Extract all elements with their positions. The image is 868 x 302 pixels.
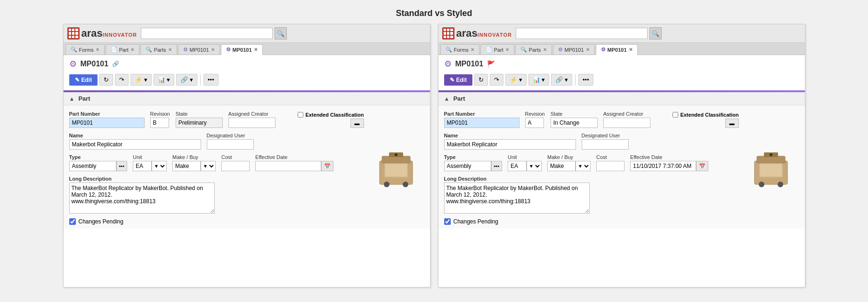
right-long-desc-textarea[interactable]: The MakerBot Replicator by MakerBot. Pub…: [444, 183, 590, 214]
left-search-button[interactable]: 🔍: [275, 27, 287, 40]
left-tab-mp0101-1-close[interactable]: ✕: [211, 47, 215, 52]
left-revision-label: Revision: [150, 111, 170, 117]
right-effective-date-input[interactable]: [630, 161, 696, 171]
right-tab-forms-close[interactable]: ✕: [471, 47, 474, 52]
left-tab-forms-close[interactable]: ✕: [96, 47, 99, 52]
left-effective-date-label: Effective Date: [255, 154, 333, 160]
right-long-desc-label: Long Description: [444, 176, 590, 182]
left-tab-parts-close[interactable]: ✕: [168, 47, 172, 52]
left-section-toggle[interactable]: ▲: [69, 95, 75, 102]
right-action-toolbar: ✎ Edit ↻ ↷ ⚡ ▾ 📊 ▾ 🔗 ▾ •••: [438, 71, 805, 88]
right-share-button[interactable]: 🔗 ▾: [551, 74, 572, 86]
left-unit-input[interactable]: [133, 161, 152, 171]
left-type-input[interactable]: [69, 161, 116, 171]
right-name-input[interactable]: [444, 139, 576, 150]
right-ext-class-btn[interactable]: ▬: [725, 119, 739, 128]
right-redo-button[interactable]: ↷: [490, 74, 503, 86]
left-changes-pending-checkbox[interactable]: [69, 218, 76, 225]
right-part-number-input[interactable]: [444, 118, 519, 128]
svg-rect-3: [385, 164, 407, 176]
right-tab-mp0101-1[interactable]: ⚙ MP0101 ✕: [553, 44, 595, 55]
left-cost-label: Cost: [221, 154, 250, 160]
right-tab-parts[interactable]: 🔍 Parts ✕: [515, 44, 552, 55]
right-make-buy-input[interactable]: [547, 161, 576, 171]
left-cost-input[interactable]: [221, 161, 250, 171]
left-date-picker-btn[interactable]: 📅: [321, 161, 333, 171]
left-refresh-button[interactable]: ↻: [99, 74, 113, 86]
left-designated-user-label: Designated User: [207, 133, 254, 138]
left-revision-input[interactable]: [150, 118, 169, 128]
left-assigned-creator-input[interactable]: [228, 118, 276, 128]
right-row3: Type ••• Unit ▾: [444, 154, 739, 171]
right-robot-image: [745, 147, 797, 189]
right-type-btn[interactable]: •••: [491, 161, 503, 171]
right-edit-button[interactable]: ✎ Edit: [444, 74, 473, 86]
right-date-picker-btn[interactable]: 📅: [696, 161, 708, 171]
left-ext-class-btn[interactable]: ▬: [350, 119, 364, 128]
right-designated-user-input[interactable]: [582, 139, 629, 150]
right-ext-class-checkbox[interactable]: [673, 112, 678, 118]
right-changes-pending-checkbox[interactable]: [444, 218, 451, 225]
right-make-buy-select[interactable]: ▾: [576, 161, 591, 171]
left-designated-user-input[interactable]: [207, 139, 254, 150]
right-cost-input[interactable]: [596, 161, 625, 171]
right-revision-input[interactable]: [525, 118, 544, 128]
right-search-input[interactable]: [516, 28, 648, 39]
left-share-button[interactable]: 🔗 ▾: [176, 74, 197, 86]
left-type-btn[interactable]: •••: [116, 161, 128, 171]
left-tab-part-close[interactable]: ✕: [130, 47, 134, 52]
left-effective-date-input[interactable]: [255, 161, 321, 171]
left-tab-forms[interactable]: 🔍 Forms ✕: [65, 44, 105, 55]
right-tab-forms-label: Forms: [454, 47, 469, 53]
right-relations-button[interactable]: ⚡ ▾: [505, 74, 527, 86]
left-logo-innovator: INNOVATOR: [103, 32, 137, 38]
right-tab-forms[interactable]: 🔍 Forms ✕: [440, 44, 479, 55]
left-tab-mp0101-2[interactable]: ⚙ MP0101 ✕: [221, 44, 263, 55]
left-edit-button[interactable]: ✎ Edit: [69, 74, 98, 86]
left-tab-mp0101-1[interactable]: ⚙ MP0101 ✕: [178, 44, 220, 55]
right-row1: Part Number Revision State: [444, 111, 739, 128]
left-redo-button[interactable]: ↷: [115, 74, 129, 86]
right-refresh-button[interactable]: ↻: [474, 74, 488, 86]
left-long-desc-textarea[interactable]: The MakerBot Replicator by MakerBot. Pub…: [69, 183, 215, 214]
left-tab-part[interactable]: 📄 Part ✕: [105, 44, 139, 55]
left-section-header: ▲ Part: [64, 92, 430, 105]
right-tab-part-close[interactable]: ✕: [505, 47, 509, 52]
right-state-input[interactable]: [551, 118, 598, 128]
right-more-button[interactable]: •••: [578, 74, 593, 86]
right-type-input[interactable]: [444, 161, 491, 171]
left-part-number-label: Part Number: [69, 111, 145, 117]
right-tab-mp0101-2[interactable]: ⚙ MP0101 ✕: [596, 44, 638, 55]
right-search-button[interactable]: 🔍: [649, 27, 662, 40]
left-name-input[interactable]: [69, 139, 201, 150]
right-chart-button[interactable]: 📊 ▾: [528, 74, 550, 86]
right-section-toggle[interactable]: ▲: [444, 95, 450, 102]
left-effective-date-group: Effective Date 📅: [255, 154, 333, 171]
right-tab-mp0101-2-close[interactable]: ✕: [629, 47, 633, 52]
right-tab-part[interactable]: 📄 Part ✕: [480, 44, 514, 55]
right-tab-parts-close[interactable]: ✕: [543, 47, 547, 52]
left-relations-button[interactable]: ⚡ ▾: [130, 74, 152, 86]
left-tab-parts[interactable]: 🔍 Parts ✕: [140, 44, 177, 55]
right-tab-mp0101-1-close[interactable]: ✕: [586, 47, 590, 52]
left-search-input[interactable]: [141, 28, 273, 39]
left-unit-select[interactable]: ▾: [152, 161, 167, 171]
right-flag-icon: 🚩: [487, 60, 495, 68]
left-state-input[interactable]: [176, 118, 223, 128]
left-part-number-input[interactable]: [69, 118, 145, 128]
left-more-button[interactable]: •••: [203, 74, 219, 86]
left-aras-grid-icon: [67, 27, 80, 40]
left-tabs-bar: 🔍 Forms ✕ 📄 Part ✕ 🔍 Parts ✕ ⚙ MP0101: [64, 43, 430, 55]
right-assigned-creator-input[interactable]: [603, 118, 650, 128]
right-search-bar: 🔍: [516, 27, 801, 40]
left-make-buy-select[interactable]: ▾: [201, 161, 216, 171]
left-chart-button[interactable]: 📊 ▾: [154, 74, 175, 86]
left-tab-parts-icon: 🔍: [146, 47, 152, 53]
left-ext-class-checkbox[interactable]: [298, 112, 303, 118]
right-unit-input[interactable]: [508, 161, 527, 171]
right-unit-select[interactable]: ▾: [527, 161, 542, 171]
page-title: Standard vs Styled: [0, 0, 868, 24]
left-tab-mp0101-2-close[interactable]: ✕: [254, 47, 258, 52]
left-long-desc-group: Long Description The MakerBot Replicator…: [69, 176, 215, 214]
left-make-buy-input[interactable]: [172, 161, 201, 171]
